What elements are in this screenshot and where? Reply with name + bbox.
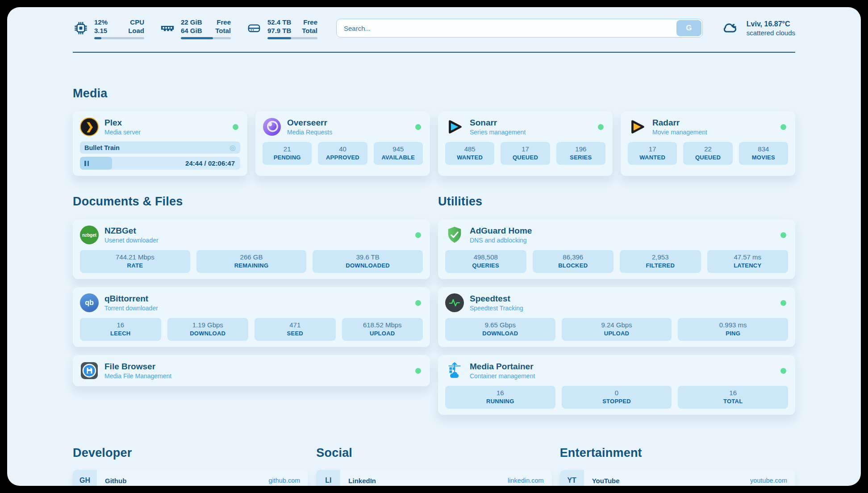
status-dot: [780, 232, 786, 238]
section-title-utilities: Utilities: [438, 195, 795, 209]
section-title-social: Social: [316, 446, 551, 460]
stat-chip: 2,953 FILTERED: [620, 250, 701, 273]
link-name: YouTube: [592, 477, 750, 485]
nzbget-icon: nzbget: [80, 226, 99, 244]
link-abbr: YT: [560, 470, 584, 486]
search-provider-button[interactable]: G: [676, 20, 701, 36]
cpu-icon: [73, 20, 89, 36]
utilities-column: Utilities: [438, 195, 795, 415]
stat-chip: 22 QUEUED: [683, 142, 732, 165]
cpu-percent: 12%: [94, 18, 108, 26]
service-title: Sonarr: [470, 117, 592, 128]
status-dot: [233, 124, 238, 130]
link-url: youtube.com: [750, 477, 787, 484]
link-abbr: GH: [73, 470, 97, 486]
service-subtitle: Speedtest Tracking: [470, 304, 775, 312]
service-card-filebrowser[interactable]: File Browser Media File Management: [73, 355, 430, 386]
link-url: github.com: [268, 477, 300, 484]
service-title: Radarr: [652, 117, 775, 128]
stat-chip: 16 TOTAL: [678, 386, 788, 409]
top-bar: 12% 3.15 CPU Load: [73, 17, 795, 39]
status-dot: [780, 124, 786, 130]
links-column-entertainment: Entertainment YT YouTube youtube.com NF …: [560, 446, 795, 486]
service-card-nzbget[interactable]: nzbget NZBGet Usenet downloader 744.21 M…: [73, 219, 430, 279]
cpu-stat: 12% 3.15 CPU Load: [73, 17, 144, 39]
service-card-plex[interactable]: ❯ Plex Media server Bullet Train ◎ 24:44…: [73, 111, 247, 176]
links-column-developer: Developer GH Github github.com SO StackO…: [73, 446, 308, 486]
stat-chip: 618.52 Mbps UPLOAD: [342, 318, 423, 341]
adguard-icon: [445, 226, 464, 244]
links-column-social: Social LI LinkedIn linkedin.com TW Twitt…: [316, 446, 551, 486]
link-row-linkedin[interactable]: LI LinkedIn linkedin.com: [316, 470, 551, 486]
status-dot: [780, 368, 786, 374]
section-title-documents: Documents & Files: [73, 195, 430, 209]
now-playing-row: Bullet Train ◎: [80, 142, 240, 154]
status-dot: [780, 300, 786, 306]
stat-chip: 40 APPROVED: [318, 142, 367, 165]
cpu-values: 12% 3.15: [94, 18, 108, 35]
search-bar: G: [336, 19, 703, 38]
service-card-portainer[interactable]: Media Portainer Container management 16 …: [438, 355, 795, 415]
service-subtitle: Media server: [104, 128, 227, 136]
sonarr-icon: [445, 117, 464, 136]
stat-chip: 834 MOVIES: [739, 142, 788, 165]
system-stats: 12% 3.15 CPU Load: [73, 17, 317, 39]
stat-chip: 945 AVAILABLE: [374, 142, 423, 165]
radarr-icon: [628, 117, 647, 136]
service-card-qbittorrent[interactable]: qb qBittorrent Torrent downloader 16 LEE…: [73, 287, 430, 347]
disk-values: 52.4 TB 97.9 TB: [267, 18, 291, 35]
search-input[interactable]: [336, 19, 703, 38]
link-row-github[interactable]: GH Github github.com: [73, 470, 308, 486]
service-title: Speedtest: [470, 293, 775, 304]
service-title: AdGuard Home: [470, 226, 775, 236]
stat-chip: 9.65 Gbps DOWNLOAD: [445, 318, 555, 341]
stat-chip: 0.993 ms PING: [678, 318, 788, 341]
service-card-sonarr[interactable]: Sonarr Series management 485 WANTED 17 Q…: [438, 111, 613, 176]
status-dot: [415, 232, 421, 238]
documents-column: Documents & Files nzbget NZBGet Usenet d…: [73, 195, 430, 415]
link-name: Github: [105, 477, 268, 485]
service-subtitle: Movie management: [652, 128, 775, 136]
stat-chip: 86,396 BLOCKED: [533, 250, 614, 273]
stat-chip: 39.6 TB DOWNLOADED: [313, 250, 423, 273]
filebrowser-icon: [80, 361, 99, 380]
disk-labels: Free Total: [302, 18, 317, 35]
stat-chip: 266 GB REMAINING: [196, 250, 307, 273]
memory-labels: Free Total: [215, 18, 231, 35]
link-abbr: LI: [316, 470, 340, 486]
status-dot: [415, 300, 421, 306]
cpu-labels: CPU Load: [128, 18, 144, 35]
service-subtitle: Container management: [470, 372, 775, 380]
stat-chip: 471 SEED: [255, 318, 336, 341]
service-subtitle: Usenet downloader: [104, 236, 409, 244]
service-card-speedtest[interactable]: Speedtest Speedtest Tracking 9.65 Gbps D…: [438, 287, 795, 347]
service-title: Plex: [104, 117, 227, 128]
portainer-icon: [445, 361, 464, 380]
stat-chip: 196 SERIES: [556, 142, 605, 165]
service-card-adguard[interactable]: AdGuard Home DNS and adblocking 498,508 …: [438, 219, 795, 279]
weather-widget[interactable]: Lviv, 16.87°C scattered clouds: [721, 18, 795, 38]
stat-chip: 744.21 Mbps RATE: [80, 250, 190, 273]
memory-values: 22 GiB 64 GiB: [181, 18, 202, 35]
playback-time: 24:44 / 02:06:47: [185, 157, 235, 170]
service-card-radarr[interactable]: Radarr Movie management 17 WANTED 22 QUE…: [621, 111, 795, 176]
cpu-progress-bar: [94, 37, 144, 39]
service-card-overseerr[interactable]: Overseerr Media Requests 21 PENDING 40 A…: [255, 111, 430, 176]
cpu-load-value: 3.15: [94, 26, 108, 35]
settings-icon[interactable]: ◎: [230, 144, 236, 151]
playback-progress-bar: 24:44 / 02:06:47: [80, 157, 240, 170]
cloud-icon: [721, 18, 740, 38]
link-row-youtube[interactable]: YT YouTube youtube.com: [560, 470, 795, 486]
stat-chip: 47.57 ms LATENCY: [707, 250, 789, 273]
section-title-entertainment: Entertainment: [560, 446, 795, 460]
overseerr-icon: [263, 117, 281, 136]
stat-chip: 17 QUEUED: [501, 142, 550, 165]
stat-chip: 16 RUNNING: [445, 386, 555, 409]
pause-icon[interactable]: [84, 161, 89, 166]
stat-chip: 16 LEECH: [80, 318, 161, 341]
service-subtitle: Torrent downloader: [104, 304, 409, 312]
service-title: File Browser: [104, 361, 409, 372]
disk-progress-bar: [267, 37, 317, 39]
section-title-developer: Developer: [73, 446, 308, 460]
weather-condition: scattered clouds: [747, 29, 795, 38]
